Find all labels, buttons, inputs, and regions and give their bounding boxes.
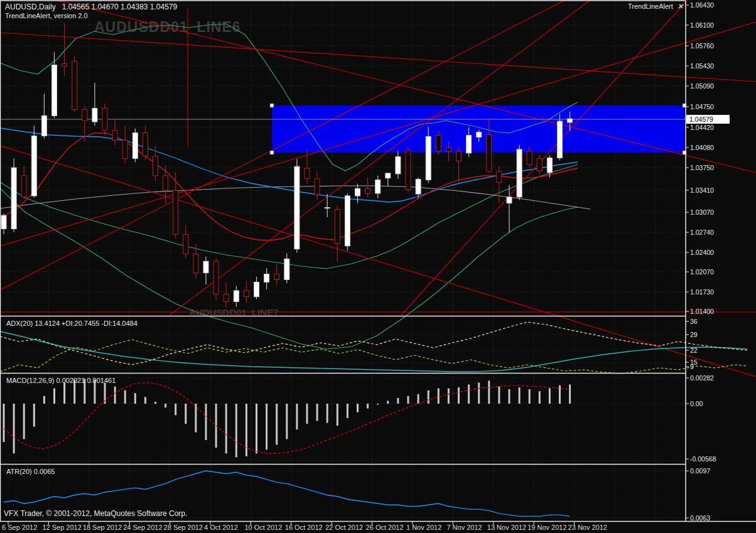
adx-axis-label: 9: [690, 363, 694, 370]
date-tick-label: 13 Nov 2012: [487, 524, 526, 531]
date-tick-label: 4 Oct 2012: [204, 524, 238, 531]
adx-axis-label: 29: [690, 331, 698, 338]
close-icon[interactable]: ✕: [678, 3, 683, 10]
macd-axis-label: 0.00282: [690, 374, 714, 382]
price-tick-label: 1.01400: [690, 308, 714, 315]
date-tick-label: 6 Sep 2012: [2, 524, 37, 531]
price-tick-label: 1.04420: [690, 124, 714, 131]
blue-zone-rectangle[interactable]: [272, 105, 684, 153]
price-tick-label: 1.05430: [690, 62, 714, 70]
date-tick-label: 16 Oct 2012: [285, 524, 323, 531]
adx-indicator-label: ADX(20) 13.4124 +DI:20.7455 -DI:14.0484: [6, 320, 138, 327]
price-tick-label: 1.01730: [690, 288, 714, 296]
adx-axis-label: 22: [690, 347, 698, 354]
chart-header: AUDUSD,Daily1.04565 1.04670 1.04383 1.04…: [5, 3, 177, 11]
mt4-chart-window: AUDUSDD01_LINE6 AUDUSDD01_LINE7 AUDUSD,D…: [0, 0, 756, 533]
date-tick-label: 12 Sep 2012: [42, 524, 81, 531]
atr-axis-label: 0.0097: [690, 467, 710, 475]
date-tick-label: 18 Sep 2012: [83, 524, 122, 531]
macd-axis-label: 0.00: [690, 400, 703, 407]
date-tick-label: 1 Nov 2012: [406, 524, 441, 531]
adx-axis-label: 36: [690, 318, 698, 325]
date-tick-label: 28 Sep 2012: [164, 524, 203, 531]
symbol-period-label: AUDUSD,Daily: [5, 3, 56, 11]
date-tick-label: 22 Oct 2012: [325, 524, 363, 531]
window-title-label: TrendLineAlert: [628, 3, 673, 10]
rectangle-handle[interactable]: [270, 104, 274, 107]
price-tick-label: 1.02400: [690, 249, 714, 256]
price-tick-label: 1.04080: [690, 144, 714, 151]
price-tick-label: 1.03750: [690, 164, 714, 171]
price-tick-label: 1.06430: [690, 1, 714, 9]
price-tick-label: 1.05090: [690, 82, 714, 90]
date-tick-label: 26 Oct 2012: [366, 524, 404, 531]
date-tick-label: 10 Oct 2012: [244, 524, 282, 531]
atr-indicator-label: ATR(20) 0.0065: [6, 468, 55, 475]
price-tick-label: 1.04750: [690, 103, 714, 110]
rectangle-handle[interactable]: [270, 151, 274, 154]
date-tick-label: 24 Sep 2012: [123, 524, 162, 531]
price-tick-label: 1.05760: [690, 42, 714, 50]
copyright-label: VFX Trader, © 2001-2012, MetaQuotes Soft…: [4, 509, 187, 518]
window-title: TrendLineAlert✕: [628, 3, 683, 11]
price-tick-label: 1.06100: [690, 21, 714, 29]
price-tick-label: 1.03070: [690, 208, 714, 216]
current-price-box: 1.04579: [686, 115, 730, 124]
price-tick-label: 1.03410: [690, 186, 714, 194]
date-tick-label: 7 Nov 2012: [446, 524, 482, 531]
price-tick-label: 1.02740: [690, 229, 714, 236]
date-tick-label: 19 Nov 2012: [527, 524, 566, 531]
indicator-version-label: TrendLineAlert, version 2.0: [5, 12, 88, 19]
price-tick-label: 1.02070: [690, 268, 714, 276]
atr-axis-label: 0.0063: [690, 514, 710, 522]
ohlc-values: 1.04565 1.04670 1.04383 1.04579: [62, 3, 178, 11]
date-tick-label: 23 Nov 2012: [568, 524, 607, 531]
macd-axis-label: -0.00568: [690, 455, 716, 463]
chart-canvas[interactable]: [0, 0, 756, 533]
macd-indicator-label: MACD(12,26,9) 0.002021 0.001461: [6, 377, 116, 384]
